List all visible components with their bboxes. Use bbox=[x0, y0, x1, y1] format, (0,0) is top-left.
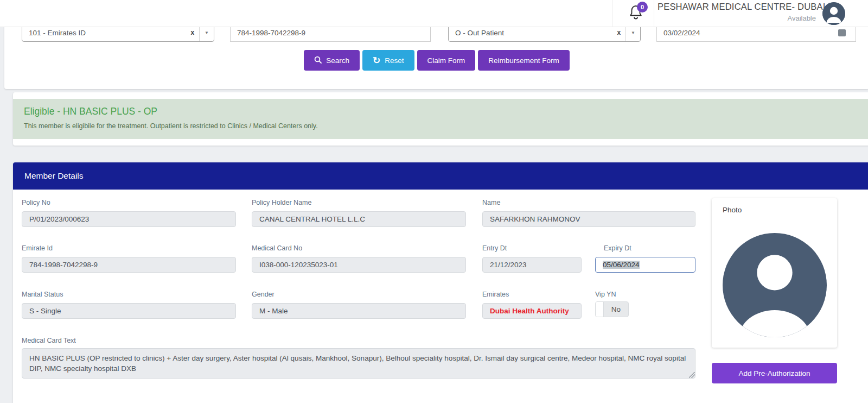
eligibility-message: This member is eligibile for the treatme… bbox=[24, 122, 868, 130]
emirates-field: Dubai Health Authority bbox=[482, 303, 582, 319]
reset-icon: ↻ bbox=[373, 56, 380, 65]
resize-handle-icon[interactable] bbox=[689, 372, 695, 378]
chevron-down-icon[interactable]: ▼ bbox=[626, 30, 640, 35]
eligibility-alert: Eligible - HN BASIC PLUS - OP This membe… bbox=[13, 99, 868, 139]
selected-text: 05/06/2024 bbox=[603, 261, 640, 269]
photo-label: Photo bbox=[723, 206, 742, 214]
search-type-value: 101 - Emirates ID bbox=[29, 29, 86, 37]
medical-card-no-label: Medical Card No bbox=[252, 244, 302, 252]
toggle-knob bbox=[596, 302, 604, 317]
name-label: Name bbox=[482, 199, 500, 206]
member-details-header: Member Details bbox=[13, 162, 868, 190]
search-button[interactable]: Search bbox=[304, 50, 360, 71]
claim-form-button[interactable]: Claim Form bbox=[417, 50, 476, 71]
person-icon bbox=[822, 17, 845, 25]
search-actions: Search ↻ Reset Claim Form Reimbursement … bbox=[4, 50, 868, 71]
gender-field: M - Male bbox=[252, 303, 466, 319]
medical-card-no-field: I038-000-120235023-01 bbox=[252, 257, 466, 273]
reset-button[interactable]: ↻ Reset bbox=[362, 50, 414, 71]
member-photo-placeholder bbox=[723, 233, 827, 337]
bell-icon bbox=[628, 12, 643, 22]
emirate-id-field: 784-1998-7042298-9 bbox=[22, 257, 236, 273]
medical-card-text-area[interactable]: HN BASIC PLUS (OP restricted to clinics)… bbox=[22, 348, 695, 379]
chevron-down-icon[interactable]: ▼ bbox=[200, 30, 214, 35]
search-icon bbox=[314, 56, 322, 65]
vip-yn-label: Vip YN bbox=[595, 291, 616, 298]
notifications-button[interactable]: 0 bbox=[628, 4, 649, 24]
expiry-dt-input[interactable]: 05/06/2024 bbox=[595, 257, 695, 273]
header-divider bbox=[654, 0, 654, 27]
policy-no-field: P/01/2023/000623 bbox=[22, 211, 236, 227]
entry-dt-label: Entry Dt bbox=[482, 244, 507, 252]
gender-label: Gender bbox=[252, 291, 275, 298]
calendar-icon[interactable] bbox=[838, 29, 846, 36]
policy-holder-label: Policy Holder Name bbox=[252, 199, 311, 206]
reimbursement-form-button[interactable]: Reimbursement Form bbox=[478, 50, 570, 71]
patient-type-value: O - Out Patient bbox=[455, 29, 504, 37]
emirates-label: Emirates bbox=[482, 291, 509, 298]
top-header: 0 PESHAWAR MEDICAL CENTRE- DUBAI Availab… bbox=[0, 0, 868, 27]
date-input[interactable] bbox=[663, 29, 838, 37]
eligibility-card: Eligible - HN BASIC PLUS - OP This membe… bbox=[13, 92, 868, 146]
photo-card: Photo bbox=[712, 198, 837, 348]
person-icon bbox=[723, 330, 827, 339]
section-title: Member Details bbox=[24, 171, 84, 181]
vip-toggle[interactable]: No bbox=[595, 301, 629, 317]
policy-holder-field: CANAL CENTRAL HOTEL L.L.C bbox=[252, 211, 466, 227]
marital-status-label: Marital Status bbox=[22, 291, 63, 298]
vip-value: No bbox=[604, 305, 628, 313]
emirate-id-label: Emirate Id bbox=[22, 244, 53, 252]
policy-no-label: Policy No bbox=[22, 199, 50, 206]
expiry-dt-label: Expiry Dt bbox=[604, 244, 631, 252]
header-divider bbox=[612, 0, 612, 27]
notification-count-badge: 0 bbox=[637, 2, 648, 12]
name-field: SAFARKHON RAHMONOV bbox=[482, 211, 695, 227]
entry-dt-field: 21/12/2023 bbox=[482, 257, 582, 273]
eligibility-title: Eligible - HN BASIC PLUS - OP bbox=[24, 106, 868, 117]
organization-name: PESHAWAR MEDICAL CENTRE- DUBAI bbox=[658, 2, 816, 12]
organization-block: PESHAWAR MEDICAL CENTRE- DUBAI Available bbox=[658, 2, 816, 22]
marital-status-field: S - Single bbox=[22, 303, 236, 319]
medical-card-text-label: Medical Card Text bbox=[22, 337, 76, 344]
availability-status: Available bbox=[658, 14, 816, 22]
add-preauthorization-button[interactable]: Add Pre-Authorization bbox=[712, 363, 837, 383]
user-avatar[interactable] bbox=[822, 2, 845, 25]
member-details-section: Member Details Policy No P/01/2023/00062… bbox=[13, 162, 868, 403]
